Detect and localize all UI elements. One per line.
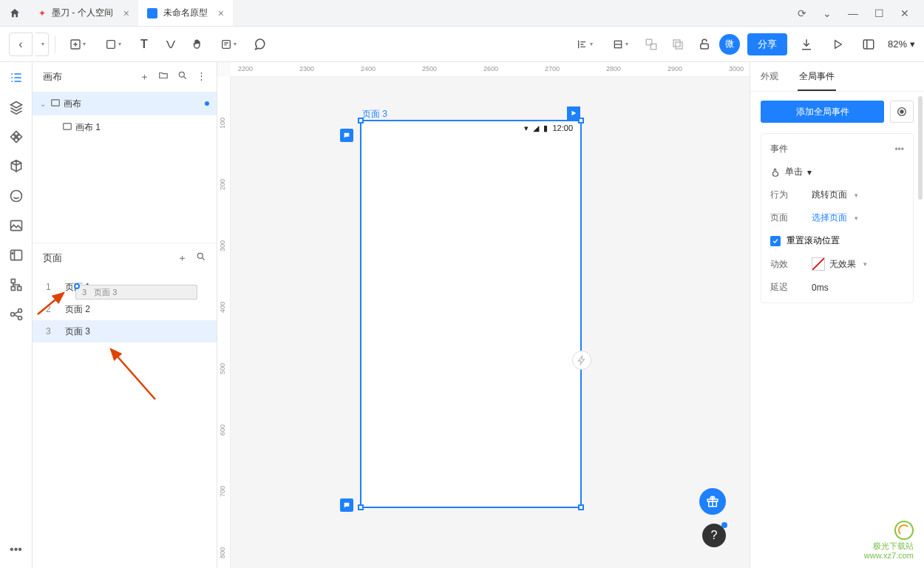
square-icon xyxy=(105,38,117,50)
note-icon xyxy=(343,501,350,509)
checkbox-checked-icon[interactable] xyxy=(770,236,781,246)
wei-badge[interactable]: 微 xyxy=(719,34,740,55)
svg-rect-15 xyxy=(11,287,15,291)
tab-appearance[interactable]: 外观 xyxy=(750,62,789,91)
ruler-tick: 500 xyxy=(219,363,226,374)
canvas-child-row[interactable]: 画布 1 xyxy=(33,115,217,139)
reset-scroll-row[interactable]: 重置滚动位置 xyxy=(770,234,904,247)
rail-tree[interactable] xyxy=(8,277,24,293)
back-menu-button[interactable]: ▾ xyxy=(35,33,49,56)
resize-handle[interactable] xyxy=(358,118,364,124)
maximize-icon[interactable]: ☐ xyxy=(874,7,884,19)
combine-tool[interactable] xyxy=(666,33,690,56)
artboard[interactable]: ▾ ◢ ▮ 12:00 xyxy=(360,120,582,508)
trigger-selector[interactable]: 单击 ▾ xyxy=(770,166,904,178)
chevron-down-icon[interactable]: ⌄ xyxy=(823,7,832,19)
group-tool[interactable] xyxy=(639,33,663,56)
resize-handle[interactable] xyxy=(578,504,584,510)
pages-section-header: 页面 ＋ xyxy=(33,243,217,273)
scrollbar-thumb[interactable] xyxy=(918,96,923,200)
close-window-icon[interactable]: ✕ xyxy=(900,7,909,19)
active-dot-icon xyxy=(205,101,209,106)
help-button[interactable]: ? xyxy=(702,524,726,547)
back-button[interactable]: ‹ xyxy=(9,33,33,56)
svg-rect-7 xyxy=(676,42,682,49)
add-event-button[interactable]: 添加全局事件 xyxy=(761,101,884,123)
zoom-control[interactable]: 82%▾ xyxy=(888,38,915,50)
effect-row[interactable]: 动效 无效果▾ xyxy=(770,257,904,271)
canvas[interactable]: 页面 3 ▾ ◢ ▮ 12:00 xyxy=(231,77,750,568)
rail-images[interactable] xyxy=(8,217,24,234)
sidebar-icon xyxy=(862,38,875,51)
refresh-icon[interactable]: ⟳ xyxy=(798,7,806,19)
hand-tool[interactable] xyxy=(186,33,209,56)
modao-icon: ✦ xyxy=(38,8,46,18)
page-row[interactable]: 3 页面 3 xyxy=(33,320,217,342)
search-icon xyxy=(196,251,206,262)
rail-layers[interactable] xyxy=(8,99,24,115)
rail-more[interactable]: ••• xyxy=(8,541,24,558)
note-tool[interactable]: ▾ xyxy=(212,33,245,56)
connector-tool[interactable] xyxy=(159,33,183,56)
canvas-icon xyxy=(62,121,75,134)
close-icon[interactable]: × xyxy=(123,7,129,19)
folder-button[interactable] xyxy=(158,70,169,84)
checkbox-label: 重置滚动位置 xyxy=(787,234,840,247)
svg-rect-16 xyxy=(17,287,21,291)
separator xyxy=(55,36,55,53)
resize-handle[interactable] xyxy=(358,504,364,510)
align-tool[interactable]: ▾ xyxy=(568,33,601,56)
canvas-section-header: 画布 ＋ ⋮ xyxy=(33,62,217,92)
page-row[interactable]: 页面 选择页面▾ xyxy=(770,212,904,224)
resize-handle[interactable] xyxy=(578,118,584,124)
add-canvas-button[interactable]: ＋ xyxy=(140,70,149,84)
delay-row[interactable]: 延迟 0ms xyxy=(770,281,904,294)
prop-label: 行为 xyxy=(770,189,812,201)
tab-prototype[interactable]: 未命名原型 × xyxy=(138,0,233,26)
artboard-label[interactable]: 页面 3 xyxy=(362,108,387,121)
panel-toggle[interactable] xyxy=(857,33,880,56)
row-label: 画布 1 xyxy=(75,121,101,134)
tab-global-events[interactable]: 全局事件 xyxy=(789,62,845,91)
rail-assets[interactable] xyxy=(8,158,24,175)
rail-components[interactable] xyxy=(8,129,24,145)
preview-button[interactable] xyxy=(826,33,849,56)
tab-workspace[interactable]: ✦ 墨刀 - 个人空间 × xyxy=(30,0,138,26)
text-tool[interactable]: T xyxy=(132,33,156,56)
page-row[interactable]: 2 页面 2 xyxy=(33,298,217,320)
minimize-icon[interactable]: — xyxy=(848,7,858,19)
comment-tool[interactable] xyxy=(248,33,271,56)
rail-share[interactable] xyxy=(8,306,24,322)
rail-outline[interactable] xyxy=(8,70,24,86)
watermark-logo-icon xyxy=(894,521,914,540)
search-button[interactable] xyxy=(177,70,188,84)
note-marker[interactable] xyxy=(340,129,353,142)
behavior-row[interactable]: 行为 跳转页面▾ xyxy=(770,189,904,201)
canvas-root-row[interactable]: ⌄ 画布 xyxy=(33,92,217,115)
rail-icons[interactable] xyxy=(8,188,24,204)
more-button[interactable]: ⋮ xyxy=(197,70,206,84)
distribute-tool[interactable]: ▾ xyxy=(604,33,636,56)
share-button[interactable]: 分享 xyxy=(747,33,787,55)
watermark: 极光下载站 www.xz7.com xyxy=(864,521,914,561)
close-icon[interactable]: × xyxy=(218,7,224,19)
shape-tool[interactable]: ▾ xyxy=(97,33,129,56)
proto-icon xyxy=(147,8,157,18)
note-marker[interactable] xyxy=(340,498,353,512)
download-icon xyxy=(800,38,813,51)
more-button[interactable]: ••• xyxy=(894,144,904,155)
unlock-tool[interactable] xyxy=(693,33,716,56)
gift-button[interactable] xyxy=(699,488,726,515)
page-index: 1 xyxy=(46,282,53,292)
target-picker-button[interactable] xyxy=(890,101,914,123)
drag-index: 3 xyxy=(82,288,86,297)
align-left-icon xyxy=(577,38,588,50)
search-pages-button[interactable] xyxy=(196,251,206,265)
download-button[interactable] xyxy=(795,33,818,56)
add-page-button[interactable]: ＋ xyxy=(177,251,187,265)
home-tab[interactable] xyxy=(0,0,30,26)
interaction-badge[interactable] xyxy=(572,351,591,370)
rail-master[interactable] xyxy=(8,247,24,263)
add-tool[interactable]: ▾ xyxy=(61,33,94,56)
ruler-tick: 100 xyxy=(219,118,226,129)
